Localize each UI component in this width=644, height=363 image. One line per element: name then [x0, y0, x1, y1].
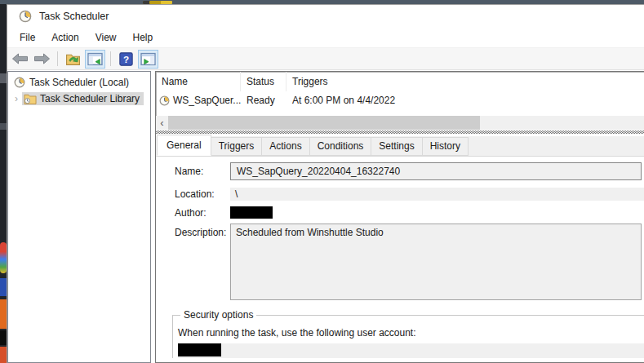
back-button[interactable]	[10, 50, 30, 69]
forward-button[interactable]	[32, 50, 52, 69]
help-icon: ?	[119, 52, 133, 66]
screen: Task Scheduler File Action View Help	[0, 0, 644, 363]
name-label: Name:	[175, 166, 230, 177]
toolbar-separator	[110, 51, 111, 66]
task-row[interactable]: WS_SapQuer... Ready At 6:00 PM on 4/4/20…	[156, 91, 644, 109]
toolbar-separator	[57, 51, 58, 66]
column-header-status[interactable]: Status	[241, 72, 286, 91]
tab-actions[interactable]: Actions	[261, 137, 309, 156]
task-name: WS_SapQuer...	[173, 95, 241, 106]
menu-bar: File Action View Help	[7, 28, 644, 47]
task-location-value: \	[230, 188, 644, 201]
security-options-group: Security options When running the task, …	[172, 309, 644, 358]
task-list-header: Name Status Triggers	[156, 72, 644, 91]
desktop-left-sliver	[0, 4, 7, 363]
desktop-icon-fragment	[0, 73, 7, 83]
tab-strip: General Triggers Actions Conditions Sett…	[156, 136, 644, 157]
user-account-prompt: When running the task, use the following…	[178, 327, 644, 339]
author-row: Author:	[175, 206, 642, 219]
show-console-tree-button[interactable]	[85, 50, 105, 69]
action-pane-icon	[140, 52, 156, 66]
account-redacted-box	[178, 343, 221, 356]
name-row: Name: WS_SapQuery_20220404_16322740	[175, 162, 642, 180]
folder-clock-icon	[24, 93, 37, 104]
titlebar[interactable]: Task Scheduler	[7, 5, 644, 28]
tree-item-task-scheduler-local[interactable]: Task Scheduler (Local)	[8, 74, 150, 90]
window-title: Task Scheduler	[39, 11, 109, 22]
help-button[interactable]: ?	[116, 50, 136, 69]
list-empty-space	[156, 109, 644, 116]
task-clock-icon	[159, 95, 170, 106]
expand-chevron-icon[interactable]: ›	[11, 93, 22, 104]
results-pane: Name Status Triggers	[155, 71, 644, 363]
general-tab-form: Name: WS_SapQuery_20220404_16322740 Loca…	[156, 157, 644, 358]
task-triggers: At 6:00 PM on 4/4/2022	[286, 95, 644, 106]
console-tree-panel: Task Scheduler (Local) ›	[7, 71, 151, 363]
security-options-legend: Security options	[180, 309, 256, 321]
clock-icon	[14, 77, 25, 88]
tab-settings[interactable]: Settings	[371, 137, 422, 156]
location-label: Location:	[175, 188, 230, 200]
tree-item-task-scheduler-library[interactable]: › Task Scheduler Library	[8, 91, 150, 106]
desktop-icon-fragment	[0, 347, 7, 363]
task-scheduler-window: Task Scheduler File Action View Help	[7, 4, 644, 363]
app-clock-icon	[19, 10, 32, 23]
task-name-field[interactable]: WS_SapQuery_20220404_16322740	[230, 162, 642, 180]
desktop-icon-fragment	[0, 330, 7, 345]
scrollbar-thumb[interactable]	[168, 116, 480, 130]
main-area: Task Scheduler (Local) ›	[7, 70, 644, 363]
user-account-field[interactable]	[178, 343, 644, 358]
tab-conditions[interactable]: Conditions	[309, 137, 372, 156]
tab-general[interactable]: General	[157, 135, 211, 156]
forward-arrow-icon	[33, 53, 51, 64]
column-header-name[interactable]: Name	[156, 72, 241, 91]
author-redacted-box	[230, 206, 273, 219]
tree-item-label: Task Scheduler (Local)	[29, 77, 129, 88]
task-description-field[interactable]: Scheduled from Winshuttle Studio	[230, 224, 642, 300]
task-detail-pane: General Triggers Actions Conditions Sett…	[156, 135, 644, 362]
menu-view[interactable]: View	[87, 29, 125, 46]
back-arrow-icon	[11, 53, 29, 64]
desktop-icon-fragment	[0, 242, 7, 273]
description-label: Description:	[175, 224, 230, 238]
tab-triggers[interactable]: Triggers	[211, 137, 263, 156]
location-row: Location: \	[175, 188, 642, 201]
tree-item-selected[interactable]: Task Scheduler Library	[22, 92, 144, 105]
menu-file[interactable]: File	[11, 29, 43, 46]
horizontal-scrollbar[interactable]: ‹	[156, 116, 644, 130]
desktop-icon-fragment	[0, 123, 7, 130]
menu-help[interactable]: Help	[125, 29, 162, 46]
tab-history[interactable]: History	[422, 137, 469, 156]
show-action-pane-button[interactable]	[138, 50, 158, 69]
task-status: Ready	[241, 95, 286, 106]
scroll-left-arrow-icon[interactable]: ‹	[156, 116, 168, 130]
column-header-triggers[interactable]: Triggers	[286, 72, 644, 91]
author-label: Author:	[175, 207, 230, 219]
tree-item-label: Task Scheduler Library	[40, 93, 140, 104]
desktop-icon-fragment	[0, 278, 7, 296]
desktop-icon-fragment	[0, 299, 7, 329]
console-tree-icon	[87, 52, 103, 66]
description-row: Description: Scheduled from Winshuttle S…	[175, 224, 642, 300]
svg-text:?: ?	[123, 53, 129, 64]
toolbar: ?	[7, 47, 644, 70]
open-folder-run-button[interactable]	[63, 50, 83, 69]
menu-action[interactable]: Action	[43, 29, 87, 46]
folder-run-icon	[65, 52, 81, 66]
